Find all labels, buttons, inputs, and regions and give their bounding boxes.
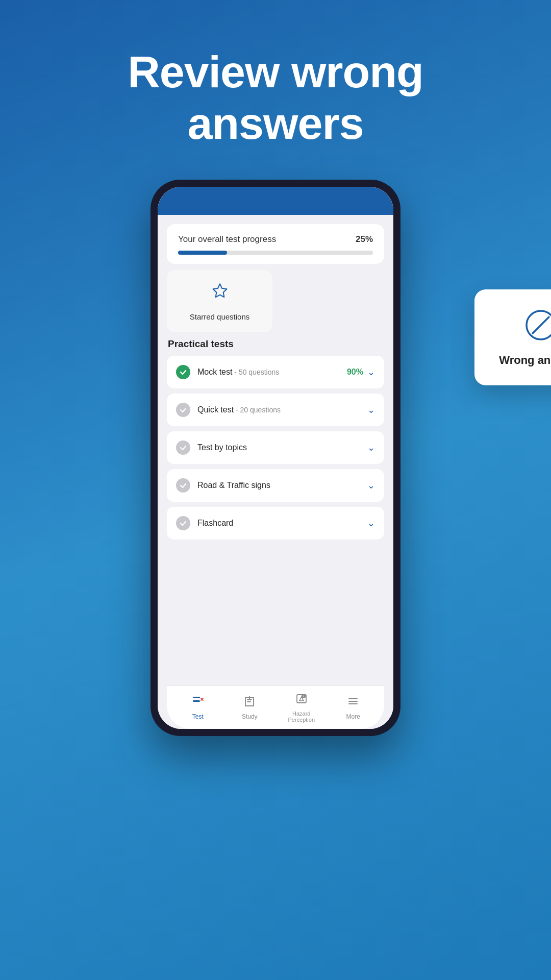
hazard-nav-icon (295, 692, 308, 708)
wrong-answers-popup[interactable]: Wrong answers (474, 289, 551, 385)
chevron-down-icon-4: ⌄ (367, 480, 375, 491)
quick-test-label: Quick test - 20 questions (197, 405, 281, 414)
chevron-down-icon-2: ⌄ (367, 404, 375, 415)
svg-point-11 (527, 311, 551, 339)
hazard-nav-label: HazardPerception (288, 710, 315, 723)
phone-screen: Your overall test progress 25% (158, 187, 393, 729)
more-nav-label: More (346, 713, 360, 720)
nav-item-hazard[interactable]: HazardPerception (276, 692, 328, 723)
study-nav-icon (243, 695, 256, 711)
check-circle-gray-4 (176, 516, 190, 530)
check-circle-gray-2 (176, 440, 190, 455)
progress-value: 25% (356, 234, 373, 244)
mock-test-label: Mock test - 50 questions (197, 368, 279, 377)
starred-questions-card[interactable]: Starred questions (167, 270, 272, 332)
list-item-quick-test[interactable]: Quick test - 20 questions ⌄ (167, 394, 384, 426)
chevron-down-icon-5: ⌄ (367, 518, 375, 529)
starred-questions-label: Starred questions (190, 312, 250, 321)
list-item-test-by-topics[interactable]: Test by topics ⌄ (167, 431, 384, 464)
list-items: Mock test - 50 questions 90% ⌄ (167, 356, 384, 540)
nav-item-test[interactable]: Test (172, 695, 224, 720)
progress-bar-background (178, 251, 373, 255)
chevron-down-icon: ⌄ (367, 366, 375, 378)
test-nav-label: Test (192, 713, 204, 720)
check-circle-gray-1 (176, 403, 190, 417)
study-nav-label: Study (242, 713, 258, 720)
screen-header-bar (158, 187, 393, 215)
list-item-flashcard[interactable]: Flashcard ⌄ (167, 507, 384, 540)
svg-line-12 (533, 317, 549, 333)
flashcard-label: Flashcard (197, 519, 233, 528)
check-circle-green (176, 365, 190, 379)
phone-frame: Your overall test progress 25% (151, 180, 400, 736)
bottom-nav: Test Study (167, 685, 384, 729)
quick-actions-row: Starred questions Wrong answers (167, 270, 384, 332)
progress-card: Your overall test progress 25% (167, 224, 384, 264)
list-item-mock-test[interactable]: Mock test - 50 questions 90% ⌄ (167, 356, 384, 388)
road-traffic-label: Road & Traffic signs (197, 481, 270, 490)
star-icon (209, 281, 231, 307)
section-label: Practical tests (167, 338, 384, 350)
more-nav-icon (346, 695, 360, 711)
svg-rect-0 (193, 697, 200, 698)
wrong-answers-label: Wrong answers (499, 354, 551, 367)
test-by-topics-label: Test by topics (197, 443, 247, 452)
chevron-down-icon-3: ⌄ (367, 442, 375, 453)
nav-item-study[interactable]: Study (224, 695, 276, 720)
screen-content: Your overall test progress 25% (158, 215, 393, 729)
no-entry-icon (523, 308, 551, 345)
progress-bar-fill (178, 251, 227, 255)
svg-rect-1 (193, 700, 200, 702)
hero-title: Review wrong answers (0, 0, 551, 180)
check-circle-gray-3 (176, 478, 190, 493)
mock-test-pct: 90% (347, 368, 363, 377)
progress-label: Your overall test progress (178, 234, 276, 244)
test-nav-icon (191, 695, 205, 711)
nav-item-more[interactable]: More (328, 695, 380, 720)
list-item-road-traffic[interactable]: Road & Traffic signs ⌄ (167, 469, 384, 502)
